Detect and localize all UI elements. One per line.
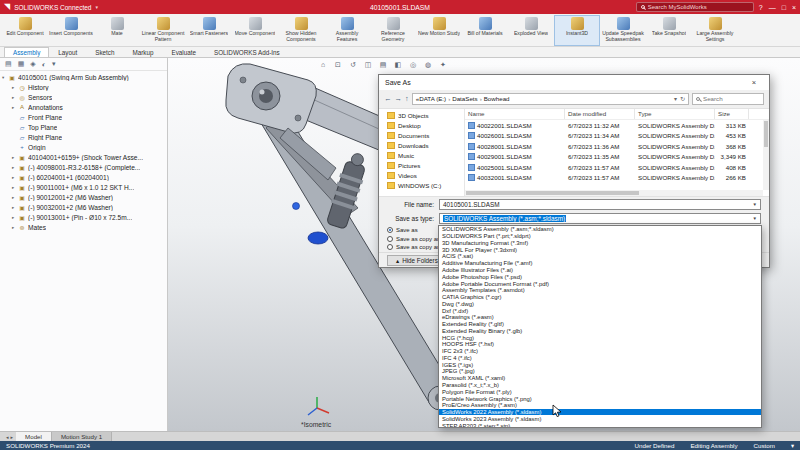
tree-item-40098001[interactable]: ▸ ▣ (-) 40098001-R3.2-6158+ (Complete... <box>0 162 167 172</box>
exploded-view-button[interactable]: Exploded View <box>508 15 554 46</box>
format-option[interactable]: IGES (*.igs) <box>439 361 761 368</box>
tab-scroll-arrows[interactable]: ◂▸ <box>3 432 16 441</box>
format-option[interactable]: Parasolid (*.x_t;*.x_b) <box>439 382 761 389</box>
appearance-icon[interactable]: ◍ <box>423 61 433 69</box>
linear-component-pattern-button[interactable]: Linear Component Pattern <box>140 15 186 46</box>
column-type[interactable]: Type <box>635 109 715 119</box>
tree-item-history[interactable]: ▸ ◷ History <box>0 82 167 92</box>
format-option[interactable]: IFC 4 (*.ifc) <box>439 355 761 362</box>
tree-item-60204001[interactable]: ▸ ▣ (-) 60204001+1 (60204001) <box>0 172 167 182</box>
dialog-search-input[interactable] <box>703 95 758 102</box>
format-option[interactable]: 3D XML For Player (*.3dxml) <box>439 246 761 253</box>
tab-model[interactable]: Model <box>16 432 52 441</box>
tree-item-top-plane[interactable]: ▱ Top Plane <box>0 122 167 132</box>
panel-tab-icon[interactable]: ▤ <box>5 60 12 68</box>
restore-button[interactable]: □ <box>782 4 786 11</box>
tree-item-front-plane[interactable]: ▱ Front Plane <box>0 112 167 122</box>
horizontal-scrollbar[interactable] <box>465 190 763 196</box>
format-option[interactable]: Extended Reality (*.gltf) <box>439 321 761 328</box>
folder-music[interactable]: Music <box>379 151 464 161</box>
chevron-down-icon[interactable]: ▼ <box>750 202 757 207</box>
dialog-title-bar[interactable]: Save As × <box>379 75 769 90</box>
tab-solidworks-add-ins[interactable]: SOLIDWORKS Add-Ins <box>205 47 289 57</box>
units-dropdown-icon[interactable]: ▾ <box>791 442 794 449</box>
format-option[interactable]: CATIA Graphics (*.cgr) <box>439 294 761 301</box>
close-button[interactable]: × <box>792 4 796 11</box>
breadcrumb[interactable]: « DATA (E:) › DataSets › <box>412 93 689 105</box>
tree-item-sensors[interactable]: ▸ ◎ Sensors <box>0 92 167 102</box>
app-menu-caret-icon[interactable]: ▾ <box>95 4 98 10</box>
format-option[interactable]: HCG (*.hcg) <box>439 334 761 341</box>
column-name[interactable]: Name <box>465 109 565 119</box>
format-option[interactable]: Additive Manufacturing File (*.amf) <box>439 260 761 267</box>
format-option[interactable]: eDrawings (*.easm) <box>439 314 761 321</box>
tab-sketch[interactable]: Sketch <box>86 47 123 57</box>
format-option[interactable]: STEP AP203 (*.step;*.stp) <box>439 422 761 428</box>
display-style-icon[interactable]: ◧ <box>393 61 403 69</box>
format-option[interactable]: Adobe Illustrator Files (*.ai) <box>439 267 761 274</box>
tree-item-40104001[interactable]: ▸ ▣ 40104001+6159+ (Shock Tower Asse... <box>0 152 167 162</box>
dialog-close-button[interactable]: × <box>745 78 763 87</box>
tree-item-90013001[interactable]: ▸ ▣ (-) 90013001+ (Pin - Ø10 x 72.5m... <box>0 212 167 222</box>
folder-documents[interactable]: Documents <box>379 131 464 141</box>
move-component-button[interactable]: Move Component <box>232 15 278 46</box>
breadcrumb-segment[interactable]: Bowhead › <box>484 95 510 102</box>
40026001.SLDASM[interactable]: 40026001.SLDASM 6/7/2023 11:34 AM SOLIDW… <box>465 130 769 141</box>
dialog-search-box[interactable] <box>692 93 764 105</box>
format-option[interactable]: JPEG (*.jpg) <box>439 368 761 375</box>
folder-windows-c[interactable]: WINDOWS (C:) <box>379 181 464 191</box>
edit-component-button[interactable]: Edit Component <box>2 15 48 46</box>
refresh-icon[interactable]: ↻ <box>680 95 685 102</box>
tree-item-right-plane[interactable]: ▱ Right Plane <box>0 132 167 142</box>
format-option[interactable]: IFC 2x3 (*.ifc) <box>439 348 761 355</box>
insert-components-button[interactable]: Insert Components <box>48 15 94 46</box>
forward-button[interactable]: → <box>395 94 403 103</box>
panel-tab-icon[interactable]: ▾ <box>52 60 56 68</box>
up-button[interactable]: ↑ <box>405 94 409 103</box>
previous-view-icon[interactable]: ↺ <box>348 61 358 69</box>
tree-item-root[interactable]: ▾ ▣ 40105001 (Swing Arm Sub Assembly) <box>0 72 167 82</box>
hide-show-icon[interactable]: ◎ <box>408 61 418 69</box>
vertical-scrollbar[interactable] <box>763 120 769 190</box>
scroll-right-icon[interactable]: ▸ <box>11 434 14 440</box>
update-speedpak-button[interactable]: Update Speedpak Subassemblies <box>600 15 646 46</box>
view-orientation-icon[interactable]: ▤ <box>378 61 388 69</box>
zoom-area-icon[interactable]: ⊡ <box>333 61 343 69</box>
new-motion-study-button[interactable]: New Motion Study <box>416 15 462 46</box>
zoom-fit-icon[interactable]: ⌂ <box>318 61 328 69</box>
panel-tab-icon[interactable]: ◐ <box>42 61 46 68</box>
tree-item-annotations[interactable]: ▸ A Annotations <box>0 102 167 112</box>
format-option[interactable]: Adobe Portable Document Format (*.pdf) <box>439 280 761 287</box>
format-option[interactable]: HOOPS HSF (*.hsf) <box>439 341 761 348</box>
back-button[interactable]: ← <box>384 94 392 103</box>
folder-pictures[interactable]: Pictures <box>379 161 464 171</box>
column-date-modified[interactable]: Date modified <box>565 109 635 119</box>
format-option[interactable]: Dxf (*.dxf) <box>439 307 761 314</box>
smart-fasteners-button[interactable]: Smart Fasteners <box>186 15 232 46</box>
assembly-features-button[interactable]: Assembly Features <box>324 15 370 46</box>
format-option[interactable]: SOLIDWORKS Assembly (*.asm;*.sldasm) <box>439 226 761 233</box>
bill-of-materials-button[interactable]: Bill of Materials <box>462 15 508 46</box>
tree-item-origin[interactable]: + Origin <box>0 142 167 152</box>
scroll-left-icon[interactable]: ◂ <box>6 434 9 440</box>
help-button[interactable]: ? <box>759 4 763 11</box>
folder-downloads[interactable]: Downloads <box>379 141 464 151</box>
tab-motion-study-1[interactable]: Motion Study 1 <box>52 432 112 441</box>
mate-button[interactable]: Mate <box>94 15 140 46</box>
40032001.SLDASM[interactable]: 40032001.SLDASM 6/7/2023 11:57 AM SOLIDW… <box>465 172 769 183</box>
breadcrumb-segment[interactable]: DATA (E:) › <box>419 95 452 102</box>
tree-item-90012001[interactable]: ▸ ▣ (-) 90012001+2 (M6 Washer) <box>0 192 167 202</box>
address-dropdown-icon[interactable]: ▾ <box>674 95 677 102</box>
tab-assembly[interactable]: Assembly <box>4 47 49 57</box>
panel-tab-icon[interactable]: ◈ <box>30 60 35 68</box>
format-option[interactable]: Extended Reality Binary (*.glb) <box>439 327 761 334</box>
take-snapshot-button[interactable]: Take Snapshot <box>646 15 692 46</box>
folder-3d-objects[interactable]: 3D Objects <box>379 111 464 121</box>
folder-desktop[interactable]: Desktop <box>379 121 464 131</box>
minimize-button[interactable]: — <box>769 4 776 11</box>
save-as-type-dropdown[interactable]: SOLIDWORKS Assembly (*.asm;*.sldasm) ▼ <box>439 213 761 224</box>
chevron-down-icon[interactable]: ▼ <box>750 216 757 221</box>
large-assembly-settings-button[interactable]: Large Assembly Settings <box>692 15 738 46</box>
format-option[interactable]: SolidWorks 2023 Assembly (*.sldasm) <box>439 415 761 422</box>
show-hidden-components-button[interactable]: Show Hidden Components <box>278 15 324 46</box>
